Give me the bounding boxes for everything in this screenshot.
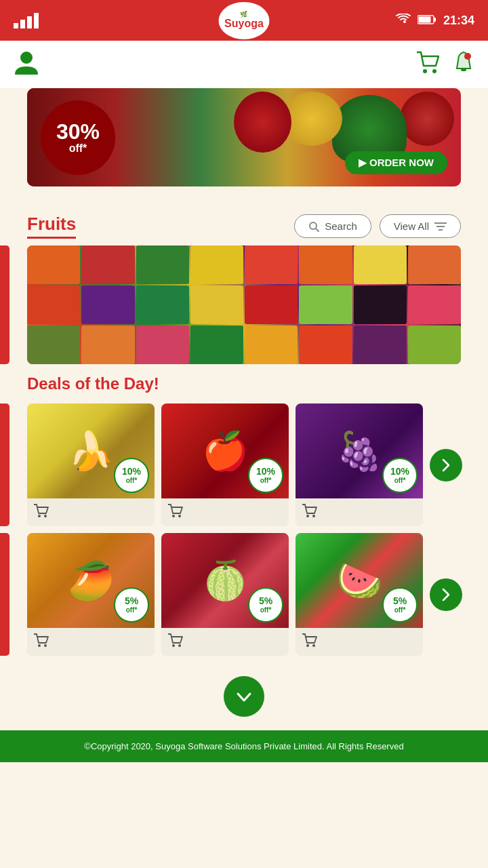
deals-row-1: 🍌 10% off* 🍎 [27,403,461,526]
fruits-carousel [0,245,488,364]
load-more-container [0,663,488,730]
status-bar: 🌿 Suyoga 21:34 [0,0,488,41]
status-bar-right: 21:34 [396,14,474,28]
svg-point-7 [464,53,471,60]
svg-line-9 [316,229,319,231]
fruits-section-title: Fruits [27,214,76,239]
banner-discount-badge: 30% off* [41,100,115,175]
svg-point-3 [20,52,33,64]
cart-small-icon [168,504,183,517]
deals-row1-next-button[interactable] [430,449,462,481]
deal-card-pomegranate: 🍈 5% off* [161,533,289,656]
mango-discount-badge: 5% off* [114,587,149,623]
svg-rect-1 [434,18,436,22]
svg-point-15 [172,515,175,517]
search-button[interactable]: Search [294,214,371,238]
svg-point-14 [44,515,47,517]
banana-discount-badge: 10% off* [114,458,149,493]
cart-small-icon [168,633,183,647]
clock: 21:34 [443,14,474,28]
signal-icon [14,13,39,28]
battery-icon [418,14,436,28]
cart-small-icon [34,633,49,647]
pomegranate-image: 🍈 5% off* [161,533,289,628]
view-all-button[interactable]: View All [380,214,461,238]
grape-discount-badge: 10% off* [382,458,418,493]
row1-left-indicator [0,403,9,526]
pomegranate-cart[interactable] [161,628,289,656]
svg-point-19 [38,644,41,647]
deal-card-apple: 🍎 10% off* [161,403,289,526]
banana-image: 🍌 10% off* [27,403,155,498]
top-nav-right [416,51,474,79]
wifi-icon [396,14,411,28]
section-actions: Search View All [294,214,461,238]
apple-discount-badge: 10% off* [248,458,283,493]
svg-point-18 [312,515,315,517]
svg-point-23 [306,644,309,647]
grape-image: 🍇 10% off* [296,403,423,498]
pomegranate-discount-badge: 5% off* [248,587,283,623]
load-more-button[interactable] [224,676,264,717]
bell-icon[interactable] [453,51,474,79]
status-bar-left [14,13,39,28]
app-logo: 🌿 Suyoga [219,2,270,39]
svg-point-22 [178,644,181,647]
arrow-right-icon [439,587,453,602]
filter-icon [434,222,447,231]
cart-icon[interactable] [416,51,439,79]
svg-point-16 [178,515,181,517]
search-icon [308,221,319,232]
svg-point-20 [44,644,47,647]
deals-title: Deals of the Day! [27,374,461,393]
apple-cart[interactable] [161,498,289,526]
top-nav [0,41,488,88]
deal-card-banana: 🍌 10% off* [27,403,155,526]
cart-small-icon [34,504,49,517]
banana-cart[interactable] [27,498,155,526]
arrow-down-icon [235,687,253,706]
carousel-left-indicator [0,245,9,364]
apple-image: 🍎 10% off* [161,403,289,498]
footer: ©Copyright 2020, Suyoga Software Solutio… [0,730,488,762]
deal-card-mango: 🥭 5% off* [27,533,155,656]
svg-point-17 [306,515,309,517]
svg-point-13 [38,515,41,517]
svg-point-24 [312,644,315,647]
watermelon-discount-badge: 5% off* [382,587,418,623]
row2-left-indicator [0,533,9,656]
mango-cart[interactable] [27,628,155,656]
fruits-section-header: Fruits Search View All [0,200,488,245]
cart-small-icon [302,504,317,517]
deals-row-2: 🥭 5% off* 🍈 [27,533,461,656]
promo-banner: 30% off* ▶ ORDER NOW [27,88,461,186]
svg-rect-2 [418,16,430,22]
deals-row2-next-button[interactable] [430,578,462,611]
fruits-image [27,245,461,364]
svg-point-4 [423,69,427,73]
svg-point-21 [172,644,175,647]
deal-card-grape: 🍇 10% off* [296,403,423,526]
user-icon[interactable] [14,49,39,81]
mango-image: 🥭 5% off* [27,533,155,628]
svg-rect-6 [461,68,466,71]
order-now-button[interactable]: ▶ ORDER NOW [345,151,447,174]
watermelon-image: 🍉 5% off* [296,533,423,628]
watermelon-cart[interactable] [296,628,423,656]
deal-card-watermelon: 🍉 5% off* [296,533,423,656]
deals-section: Deals of the Day! 🍌 10% off* [0,364,488,656]
cart-small-icon [302,633,317,647]
arrow-right-icon [439,458,453,473]
grape-cart[interactable] [296,498,423,526]
svg-point-5 [432,69,436,73]
